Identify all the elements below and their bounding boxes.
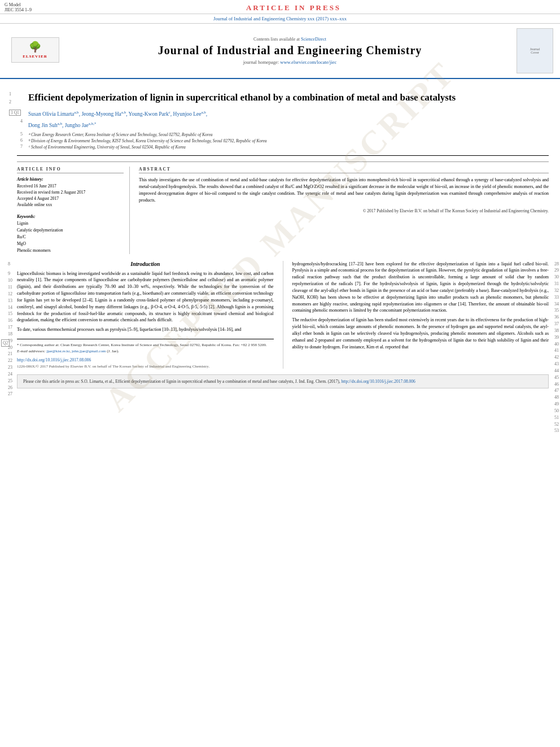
article-info-column: ARTICLE INFO Article history: Received 1… xyxy=(17,167,130,254)
contents-line: Contents lists available at ScienceDirec… xyxy=(69,37,511,42)
intro-paragraph-2: To date, various thermochemical processe… xyxy=(17,326,274,333)
abstract-text: This study investigates the use of combi… xyxy=(139,177,549,204)
authors-line2: Dong Jin Suha,b, Jungho Jaea,b,* xyxy=(28,121,549,129)
affiliation-a: ᵃ Clean Energy Research Center, Korea In… xyxy=(28,132,549,138)
journal-title-section: Contents lists available at ScienceDirec… xyxy=(69,37,511,65)
journal-thumbnail: 🌳 ELSEVIER xyxy=(11,37,59,63)
journal-cover-image: JournalCover xyxy=(517,28,553,73)
right-line-numbers: 28 29 30 31 32 33 34 35 36 37 38 39 40 4… xyxy=(554,261,559,435)
abstract-copyright: © 2017 Published by Elsevier B.V. on beh… xyxy=(139,208,549,213)
model-info: G Model JIEC 3554 1–9 xyxy=(5,2,32,12)
article-history-label: Article history: xyxy=(17,177,124,182)
article-title-section: 1 2 Efficient depolymerization of lignin… xyxy=(17,85,549,156)
journal-header: 🌳 ELSEVIER Contents lists available at S… xyxy=(0,24,560,79)
issn-line: 1226-086X/© 2017 Published by Elsevier B… xyxy=(17,364,274,369)
abstract-header: ABSTRACT xyxy=(139,167,549,173)
journal-homepage: journal homepage: www.elsevier.com/locat… xyxy=(69,59,511,65)
citation-doi-link[interactable]: http://dx.doi.org/10.1016/j.jiec.2017.08… xyxy=(341,379,415,384)
article-title: Efficient depolymerization of lignin in … xyxy=(28,91,549,104)
footnote-text: * Corresponding author at: Clean Energy … xyxy=(17,342,274,348)
line-num-7: 7 xyxy=(20,144,23,149)
intro-paragraph-1: Lignocellulosic biomass is being investi… xyxy=(17,270,274,324)
revised-date: Received in revised form 2 August 2017 xyxy=(17,189,124,195)
keywords-label: Keywords: xyxy=(17,214,124,219)
abstract-column: ABSTRACT This study investigates the use… xyxy=(139,167,549,254)
left-line-numbers: 8 9 10 11 12 13 14 15 16 17 18 19 20 21 … xyxy=(8,261,12,398)
authors: Susan Olivia Limartaa,b, Jeong-Myeong Ha… xyxy=(28,110,549,118)
affiliation-b: ᵇ Division of Energy & Environment Techn… xyxy=(28,138,549,144)
accepted-date: Accepted 4 August 2017 xyxy=(17,195,124,202)
column-divider xyxy=(283,261,283,369)
doi-link[interactable]: http://dx.doi.org/10.1016/j.jiec.2017.08… xyxy=(17,357,274,362)
article-info-header: ARTICLE INFO xyxy=(17,167,124,173)
affiliation-c: ᶜ School of Environmental Engineering, U… xyxy=(28,144,549,150)
line-num-4: 4 xyxy=(20,119,23,124)
citation-box: Please cite this article in press as: S.… xyxy=(17,374,549,388)
q2-marker: Q2 xyxy=(1,339,10,347)
article-info-abstract: ARTICLE INFO Article history: Received 1… xyxy=(17,161,549,254)
main-content: ACCEPTED MANUSCRIPT 1 2 Efficient depoly… xyxy=(0,79,560,394)
received-date: Received 16 June 2017 xyxy=(17,183,124,189)
body-left-col: 8 9 10 11 12 13 14 15 16 17 18 19 20 21 … xyxy=(17,261,274,369)
homepage-url[interactable]: www.elsevier.com/locate/jiec xyxy=(280,59,336,65)
right-col-paragraph-1: hydrogenolysis/hydrocracking [17–23] hav… xyxy=(292,261,549,314)
right-col-paragraph-2: The reductive depolymerization of lignin… xyxy=(292,317,549,350)
line-num-2: 2 xyxy=(9,99,11,104)
elsevier-tree-icon: 🌳 xyxy=(29,41,41,53)
journal-info-bar: Journal of Industrial and Engineering Ch… xyxy=(0,14,560,24)
line-num-5: 5 xyxy=(20,132,23,137)
intro-section-title: Introduction xyxy=(17,261,274,267)
journal-logo-area: 🌳 ELSEVIER xyxy=(7,37,63,65)
article-in-press-banner: ARTICLE IN PRESS xyxy=(32,2,555,12)
sciencedirect-link[interactable]: ScienceDirect xyxy=(301,37,326,42)
journal-main-title: Journal of Industrial and Engineering Ch… xyxy=(69,44,511,57)
page-header: G Model JIEC 3554 1–9 ARTICLE IN PRESS xyxy=(0,0,560,14)
line-num-6: 6 xyxy=(20,138,23,143)
line-num-1: 1 xyxy=(9,91,11,97)
elsevier-brand: ELSEVIER xyxy=(23,54,47,59)
q1-marker: 3 Q1 xyxy=(9,110,21,116)
footnote-area: Q2 * Corresponding author at: Clean Ener… xyxy=(17,339,274,354)
keywords-list: Lignin Catalytic depolymerization Ru/C M… xyxy=(17,220,124,254)
body-right-col: 28 29 30 31 32 33 34 35 36 37 38 39 40 4… xyxy=(292,261,549,369)
available-online: Available online xxx xyxy=(17,202,124,208)
email-line: E-mail addresses: jjae@kist.re.kr, john.… xyxy=(17,348,274,355)
body-section: 8 9 10 11 12 13 14 15 16 17 18 19 20 21 … xyxy=(17,261,549,369)
